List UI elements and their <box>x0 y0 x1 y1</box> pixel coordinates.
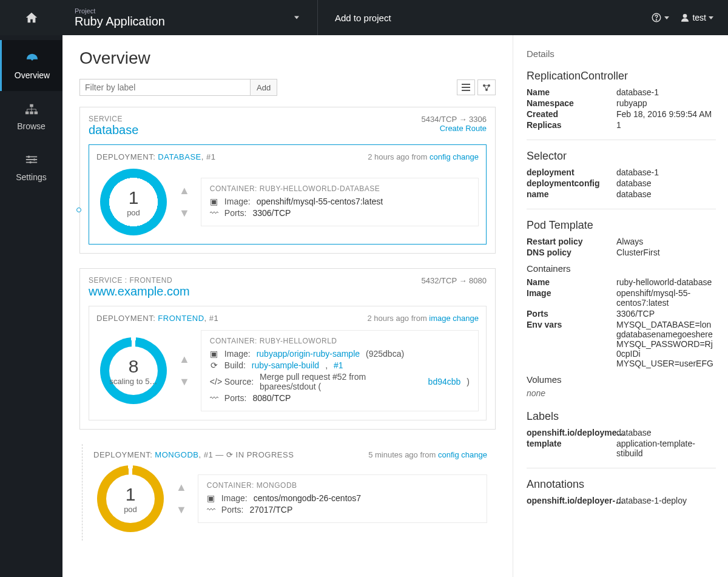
service-title-link[interactable]: database <box>89 123 138 137</box>
source-text: Merge pull request #52 from bparees/stdo… <box>260 372 422 391</box>
container-title: CONTAINER: RUBY-HELLOWORLD <box>210 337 470 345</box>
build-link[interactable]: ruby-sample-build <box>252 360 319 370</box>
chevron-down-icon <box>664 16 669 19</box>
pod-label: pod <box>127 208 140 217</box>
container-info: CONTAINER: MONGODB ▣Image: centos/mongod… <box>198 474 487 523</box>
sidebar-item-settings[interactable]: Settings <box>0 142 62 193</box>
project-name: Ruby Application <box>75 15 305 29</box>
scale-up-button[interactable]: ▲ <box>176 481 187 494</box>
project-selector[interactable]: Project Ruby Application <box>62 0 317 35</box>
scale-up-button[interactable]: ▲ <box>179 184 190 197</box>
pod-donut[interactable]: 1 pod <box>100 169 167 235</box>
trigger-link[interactable]: config change <box>430 152 479 161</box>
service-title-link[interactable]: www.example.com <box>89 285 190 298</box>
created-key: Created <box>527 109 616 119</box>
trigger-link[interactable]: config change <box>438 450 487 459</box>
filter-input[interactable] <box>79 79 251 96</box>
user-icon <box>680 13 690 22</box>
cube-icon: ▣ <box>210 197 218 206</box>
deployment-box-database[interactable]: DEPLOYMENT: DATABASE, #1 2 hours ago fro… <box>89 144 487 245</box>
pod-count: 1 <box>129 187 139 208</box>
pod-label: pod <box>124 505 137 514</box>
scale-up-button[interactable]: ▲ <box>179 353 190 366</box>
container-info: CONTAINER: RUBY-HELLOWORLD ▣Image: rubya… <box>201 330 479 411</box>
list-view-button[interactable] <box>457 79 475 95</box>
deployment-card-mongodb: DEPLOYMENT: MONGODB, #1 — ⟳ IN PROGRESS … <box>82 444 496 541</box>
rc-heading: ReplicationController <box>527 70 716 83</box>
svg-point-3 <box>31 58 33 61</box>
refresh-icon: ⟳ <box>210 360 218 370</box>
service-label: SERVICE <box>89 115 138 123</box>
service-card-frontend: SERVICE : FRONTEND www.example.com 5432/… <box>79 268 496 430</box>
help-icon <box>651 12 662 23</box>
sidebar-label: Overview <box>15 70 50 80</box>
name-value: database-1 <box>616 87 659 97</box>
scale-down-button[interactable]: ▼ <box>179 376 190 388</box>
image-link[interactable]: rubyapp/origin-ruby-sample <box>257 349 360 359</box>
svg-point-10 <box>29 161 32 164</box>
sel-deployment-value: database-1 <box>616 167 659 177</box>
sel-dc-key: deploymentconfig <box>527 178 616 188</box>
restart-value: Always <box>616 237 643 246</box>
pulse-icon: 〰 <box>210 208 218 218</box>
pod-donut[interactable]: 1 pod <box>97 465 164 532</box>
label2-key: template <box>527 439 616 458</box>
sel-name-value: database <box>616 189 652 199</box>
image-key: Image: <box>224 197 251 206</box>
sidebar-item-overview[interactable]: Overview <box>0 40 62 91</box>
image-key: Image: <box>221 493 248 503</box>
deployment-link[interactable]: FRONTEND <box>158 314 204 323</box>
deployment-link[interactable]: DATABASE <box>158 152 201 161</box>
trigger-link[interactable]: image change <box>429 314 479 323</box>
topology-view-button[interactable] <box>477 79 496 95</box>
add-filter-button[interactable]: Add <box>251 79 277 96</box>
dep-num: , #1 <box>198 450 213 459</box>
podtpl-heading: Pod Template <box>527 219 716 232</box>
spinner-icon: ⟳ <box>226 450 236 459</box>
create-route-link[interactable]: Create Route <box>422 124 487 133</box>
sidebar-label: Browse <box>17 121 46 131</box>
label1-value: database <box>616 428 652 437</box>
ann1-key: openshift.io/deployer-… <box>527 496 616 505</box>
dns-value: ClusterFirst <box>616 248 660 257</box>
sel-dc-value: database <box>616 178 652 188</box>
chevron-down-icon <box>709 16 713 19</box>
ann1-value: database-1-deploy <box>616 496 687 505</box>
containers-subhead: Containers <box>527 263 716 274</box>
cube-icon: ▣ <box>207 493 215 503</box>
user-menu[interactable]: test <box>680 13 713 22</box>
overview-column: Overview Add SERVICE database <box>62 35 513 577</box>
pod-label: scaling to 5… <box>110 377 158 386</box>
home-button[interactable] <box>0 0 62 35</box>
source-key: Source: <box>224 377 254 386</box>
sel-name-key: name <box>527 189 616 199</box>
scale-down-button[interactable]: ▼ <box>179 207 190 220</box>
commit-link[interactable]: bd94cbb <box>428 377 461 386</box>
cname-key: Name <box>527 277 616 287</box>
add-to-project-button[interactable]: Add to project <box>317 0 408 35</box>
svg-point-2 <box>683 14 687 18</box>
route-mapping: 5432/TCP → 8080 <box>422 276 487 285</box>
top-navbar: Project Ruby Application Add to project … <box>0 0 728 35</box>
dep-age: 2 hours ago from <box>367 314 429 323</box>
help-button[interactable] <box>651 12 669 23</box>
scale-down-button[interactable]: ▼ <box>176 504 187 516</box>
volumes-subhead: Volumes <box>527 374 716 385</box>
cube-icon: ▣ <box>210 349 218 359</box>
ports-key: Ports: <box>224 393 247 403</box>
svg-rect-7 <box>34 112 38 115</box>
cname-value: ruby-helloworld-database <box>616 277 712 287</box>
build-num-link[interactable]: #1 <box>334 360 343 370</box>
pod-donut[interactable]: 8 scaling to 5… <box>100 337 167 404</box>
cports-key: Ports <box>527 309 616 319</box>
code-icon: </> <box>210 377 218 386</box>
ports-key: Ports: <box>224 208 247 218</box>
dns-key: DNS policy <box>527 248 616 257</box>
ports-value: 27017/TCP <box>249 505 292 515</box>
sidebar-item-browse[interactable]: Browse <box>0 91 62 142</box>
namespace-key: Namespace <box>527 98 616 108</box>
ports-value: 8080/TCP <box>252 393 291 403</box>
deployment-link[interactable]: MONGODB <box>155 450 198 459</box>
sidebar: Overview Browse Settings <box>0 35 62 577</box>
build-key: Build: <box>224 360 246 370</box>
